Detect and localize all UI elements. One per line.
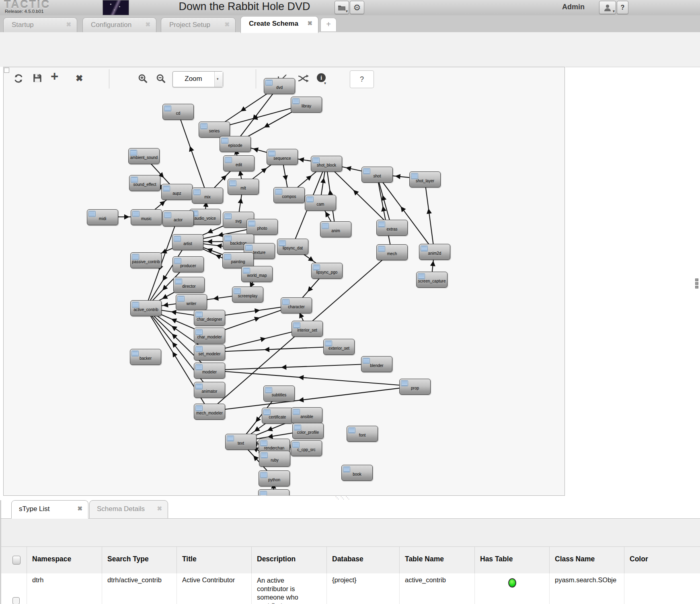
row-checkbox[interactable]	[12, 597, 20, 604]
schema-node-cam[interactable]: cam	[305, 195, 336, 211]
header-help-button[interactable]: ?	[617, 1, 628, 14]
delete-node-button[interactable]: ✖	[76, 73, 83, 84]
vertical-splitter-handle[interactable]	[695, 278, 699, 291]
schema-node-cd[interactable]: cd	[162, 104, 194, 120]
schema-node-photo[interactable]: photo	[246, 219, 278, 235]
schema-node-c_cpp_src[interactable]: c_cpp_src	[291, 440, 322, 456]
schema-node-char_modeler[interactable]: char_modeler	[194, 328, 225, 344]
info-button[interactable]: i ▾	[317, 73, 326, 82]
add-node-button[interactable]: +	[51, 69, 58, 84]
select-all-checkbox[interactable]	[12, 556, 21, 565]
open-project-button[interactable]: ▾	[335, 1, 349, 14]
schema-node-libray[interactable]: libray	[291, 97, 322, 113]
user-menu-button[interactable]: ▾	[599, 1, 616, 14]
connection-mode-button[interactable]	[298, 74, 309, 83]
schema-node-book[interactable]: book	[341, 465, 373, 481]
schema-node-subtitles[interactable]: subtitles	[263, 385, 295, 402]
schema-node-interior_set[interactable]: interior_set	[291, 321, 323, 337]
schema-node-color_profile[interactable]: color_profile	[292, 423, 324, 439]
schema-node-music[interactable]: music	[131, 209, 162, 225]
schema-node-midi[interactable]: midi	[87, 209, 118, 225]
schema-node-node_clipped[interactable]	[258, 489, 289, 496]
schema-node-active_contrib[interactable]: active_contrib	[130, 300, 162, 316]
schema-node-blender[interactable]: blender	[361, 356, 392, 372]
schema-node-text[interactable]: text	[225, 434, 257, 450]
schema-node-certificate[interactable]: certificate	[262, 408, 293, 424]
schema-node-mech[interactable]: mech	[376, 244, 408, 260]
canvas-corner-widget[interactable]	[4, 68, 9, 73]
schema-node-prop[interactable]: prop	[399, 379, 431, 395]
horizontal-splitter-handle[interactable]: ⋱⋱⋱	[335, 496, 351, 500]
schema-node-series[interactable]: series	[199, 122, 230, 138]
col-description[interactable]: Description	[252, 547, 327, 573]
tab-startup[interactable]: Startup ✖	[3, 17, 77, 32]
save-button[interactable]	[32, 73, 43, 83]
close-icon[interactable]: ✖	[224, 21, 230, 28]
schema-node-actor[interactable]: actor	[162, 210, 194, 227]
close-icon[interactable]: ✖	[66, 21, 71, 28]
schema-node-python[interactable]: python	[259, 470, 290, 486]
add-tab-button[interactable]: +	[320, 18, 337, 31]
tab-create-schema[interactable]: Create Schema ✖	[240, 16, 318, 33]
schema-node-ambient_sound[interactable]: ambient_sound	[128, 148, 160, 164]
schema-node-episode[interactable]: episode	[220, 136, 251, 152]
schema-node-font[interactable]: font	[347, 426, 378, 442]
schema-canvas[interactable]: dvdlibraycdseriesepisodeambient_soundseq…	[3, 67, 565, 496]
zoom-out-button[interactable]	[156, 73, 167, 85]
schema-node-artist[interactable]: artist	[172, 234, 203, 250]
zoom-in-button[interactable]	[138, 73, 149, 85]
schema-node-exterior_set[interactable]: exterior_set	[323, 339, 355, 355]
schema-node-lipsync_pgo[interactable]: lipsync_pgo	[311, 263, 343, 279]
schema-node-mix[interactable]: mix	[192, 188, 223, 204]
schema-node-dvd[interactable]: dvd	[264, 78, 295, 94]
schema-node-lipsync_dat[interactable]: lipsync_dat	[277, 239, 308, 255]
col-table-name[interactable]: Table Name	[400, 547, 475, 573]
tab-stype-list[interactable]: sType List ✖	[11, 500, 88, 519]
settings-button[interactable]: ⚙	[350, 1, 364, 14]
schema-node-anim[interactable]: anim	[320, 221, 351, 237]
col-class-name[interactable]: Class Name	[550, 547, 624, 573]
tab-schema-details[interactable]: Schema Details ✖	[89, 500, 168, 519]
schema-node-sequence[interactable]: sequence	[267, 149, 298, 165]
close-icon[interactable]: ✖	[145, 21, 150, 28]
schema-node-audio_voice[interactable]: audio_voice	[189, 209, 221, 225]
col-has-table[interactable]: Has Table	[475, 547, 550, 573]
schema-node-sound_effect[interactable]: sound_effect	[129, 175, 160, 191]
close-icon[interactable]: ✖	[157, 505, 162, 512]
schema-node-set_modeler[interactable]: set_modeler	[194, 344, 225, 361]
schema-node-extras[interactable]: extras	[376, 220, 408, 236]
schema-node-anim2d[interactable]: anim2d	[419, 244, 450, 260]
schema-node-ansible[interactable]: ansible	[291, 407, 322, 423]
schema-node-shot_layer[interactable]: shot_layer	[409, 171, 441, 188]
schema-node-shot[interactable]: shot	[361, 167, 393, 183]
schema-node-compos[interactable]: compos	[273, 187, 305, 203]
col-database[interactable]: Database	[327, 547, 400, 573]
schema-node-modeler[interactable]: modeler	[194, 363, 225, 379]
tab-configuration[interactable]: Configuration ✖	[82, 17, 156, 32]
schema-node-ruby[interactable]: ruby	[259, 451, 290, 467]
schema-node-producer[interactable]: producer	[172, 256, 204, 272]
close-icon[interactable]: ✖	[307, 20, 312, 27]
schema-node-animator[interactable]: animator	[194, 382, 225, 398]
schema-node-edit[interactable]: edit	[223, 155, 255, 171]
zoom-select[interactable]: Zoom ▾	[172, 71, 223, 87]
col-color[interactable]: Color	[624, 547, 700, 573]
schema-node-screen_capture[interactable]: screen_capture	[416, 272, 448, 288]
toolbar-help-button[interactable]: ?	[350, 70, 374, 88]
schema-node-mlt[interactable]: mlt	[228, 179, 259, 195]
schema-node-passive_contrib[interactable]: passive_contrib	[130, 252, 162, 268]
table-row[interactable]: dtrh dtrh/active_contrib Active Contribu…	[0, 573, 700, 604]
schema-node-director[interactable]: director	[173, 277, 205, 293]
select-arrow[interactable]: ▾	[214, 72, 223, 87]
schema-node-mech_modeler[interactable]: mech_modeler	[194, 404, 225, 420]
schema-node-writer[interactable]: writer	[176, 294, 207, 310]
schema-node-aupz[interactable]: aupz	[161, 184, 193, 200]
tab-project-setup[interactable]: Project Setup ✖	[161, 17, 236, 32]
col-search-type[interactable]: Search Type	[102, 547, 177, 573]
schema-node-screenplay[interactable]: screenplay	[232, 287, 263, 303]
schema-node-character[interactable]: character	[281, 297, 312, 313]
schema-node-shot_block[interactable]: shot_block	[311, 156, 342, 172]
schema-node-backer[interactable]: backer	[130, 349, 161, 365]
schema-node-world_map[interactable]: world_map	[241, 266, 273, 282]
close-icon[interactable]: ✖	[77, 505, 82, 512]
